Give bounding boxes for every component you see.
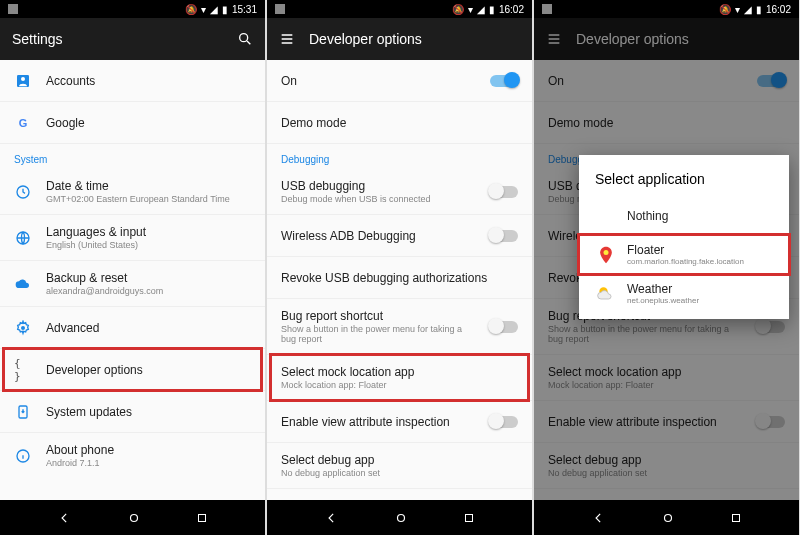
home-icon[interactable] (127, 511, 141, 525)
switch-off[interactable] (490, 230, 518, 242)
status-time: 16:02 (499, 4, 524, 15)
recents-icon[interactable] (196, 512, 208, 524)
battery-icon: ▮ (756, 4, 762, 15)
battery-icon: ▮ (222, 4, 228, 15)
dialog-option-nothing[interactable]: Nothing (579, 197, 789, 235)
dialog-title: Select application (579, 167, 789, 197)
gear-icon (14, 319, 32, 337)
row-revoke-usb[interactable]: Revoke USB debugging authorizations (267, 257, 532, 299)
clock-icon (14, 183, 32, 201)
gallery-icon (8, 4, 18, 14)
svg-point-12 (664, 514, 671, 521)
row-google[interactable]: G Google (0, 102, 265, 144)
svg-point-14 (604, 250, 609, 255)
status-bar: 🔕 ▾ ◢ ▮ 16:02 (267, 0, 532, 18)
row-wireless-adb[interactable]: Wireless ADB Debugging (267, 215, 532, 257)
battery-icon: ▮ (489, 4, 495, 15)
row-accounts[interactable]: Accounts (0, 60, 265, 102)
floater-app-icon (595, 244, 617, 266)
page-title: Settings (12, 31, 223, 47)
svg-point-5 (21, 326, 25, 330)
panel-dev-options: 🔕 ▾ ◢ ▮ 16:02 Developer options On Demo … (267, 0, 532, 535)
cloud-icon (14, 275, 32, 293)
row-label: Accounts (46, 74, 251, 88)
section-debugging: Debugging (267, 144, 532, 169)
section-system: System (0, 144, 265, 169)
silent-icon: 🔕 (452, 4, 464, 15)
silent-icon: 🔕 (185, 4, 197, 15)
page-title: Developer options (309, 31, 520, 47)
status-bar: 🔕 ▾ ◢ ▮ 16:02 (534, 0, 799, 18)
svg-point-2 (21, 77, 25, 81)
row-select-debug-app[interactable]: Select debug appNo debug application set (267, 443, 532, 489)
select-application-dialog: Select application Nothing Floatercom.ma… (579, 155, 789, 319)
row-bug-report[interactable]: Bug report shortcutShow a button in the … (267, 299, 532, 355)
back-icon[interactable] (325, 511, 339, 525)
svg-rect-11 (465, 514, 472, 521)
svg-point-0 (240, 34, 248, 42)
menu-icon[interactable] (279, 31, 295, 47)
search-icon[interactable] (237, 31, 253, 47)
back-icon[interactable] (58, 511, 72, 525)
info-icon (14, 447, 32, 465)
app-bar: Developer options (267, 18, 532, 60)
home-icon[interactable] (394, 511, 408, 525)
svg-point-8 (130, 514, 137, 521)
svg-rect-9 (198, 514, 205, 521)
svg-rect-13 (732, 514, 739, 521)
home-icon[interactable] (661, 511, 675, 525)
row-advanced[interactable]: Advanced (0, 307, 265, 349)
weather-app-icon (595, 283, 617, 305)
nav-bar (534, 500, 799, 535)
row-demo-mode[interactable]: Demo mode (267, 102, 532, 144)
recents-icon[interactable] (463, 512, 475, 524)
status-time: 16:02 (766, 4, 791, 15)
wifi-icon: ▾ (201, 4, 206, 15)
braces-icon: { } (14, 361, 32, 379)
accounts-icon (14, 72, 32, 90)
row-view-attribute[interactable]: Enable view attribute inspection (267, 401, 532, 443)
gallery-icon (542, 4, 552, 14)
row-date-time[interactable]: Date & timeGMT+02:00 Eastern European St… (0, 169, 265, 215)
wifi-icon: ▾ (735, 4, 740, 15)
update-icon (14, 403, 32, 421)
back-icon[interactable] (592, 511, 606, 525)
recents-icon[interactable] (730, 512, 742, 524)
globe-icon (14, 229, 32, 247)
row-usb-debugging[interactable]: USB debuggingDebug mode when USB is conn… (267, 169, 532, 215)
switch-off[interactable] (490, 321, 518, 333)
svg-point-10 (397, 514, 404, 521)
app-bar: Settings (0, 18, 265, 60)
gallery-icon (275, 4, 285, 14)
dialog-option-weather[interactable]: Weathernet.oneplus.weather (579, 274, 789, 313)
dialog-option-floater[interactable]: Floatercom.marlon.floating.fake.location (579, 235, 789, 274)
row-mock-location[interactable]: Select mock location appMock location ap… (267, 355, 532, 401)
switch-off[interactable] (490, 416, 518, 428)
status-bar: 🔕 ▾ ◢ ▮ 15:31 (0, 0, 265, 18)
row-master-switch[interactable]: On (267, 60, 532, 102)
switch-on[interactable] (490, 75, 518, 87)
nav-bar (267, 500, 532, 535)
settings-list: Accounts G Google System Date & timeGMT+… (0, 60, 265, 500)
panel-dev-options-dialog: 🔕 ▾ ◢ ▮ 16:02 Developer options On Demo … (534, 0, 799, 535)
signal-icon: ◢ (210, 4, 218, 15)
row-backup[interactable]: Backup & resetalexandra@androidguys.com (0, 261, 265, 307)
row-about-phone[interactable]: About phoneAndroid 7.1.1 (0, 433, 265, 478)
row-languages[interactable]: Languages & inputEnglish (United States) (0, 215, 265, 261)
row-developer-options[interactable]: { } Developer options (0, 349, 265, 391)
row-wait-debugger: Wait for debuggerDebugged application wa… (267, 489, 532, 500)
nav-bar (0, 500, 265, 535)
google-icon: G (14, 114, 32, 132)
wifi-icon: ▾ (468, 4, 473, 15)
switch-off[interactable] (490, 186, 518, 198)
row-system-updates[interactable]: System updates (0, 391, 265, 433)
panel-settings: 🔕 ▾ ◢ ▮ 15:31 Settings Accounts G Google… (0, 0, 265, 535)
status-time: 15:31 (232, 4, 257, 15)
row-label: Google (46, 116, 251, 130)
dev-list: On Demo mode Debugging USB debuggingDebu… (267, 60, 532, 500)
silent-icon: 🔕 (719, 4, 731, 15)
signal-icon: ◢ (744, 4, 752, 15)
signal-icon: ◢ (477, 4, 485, 15)
